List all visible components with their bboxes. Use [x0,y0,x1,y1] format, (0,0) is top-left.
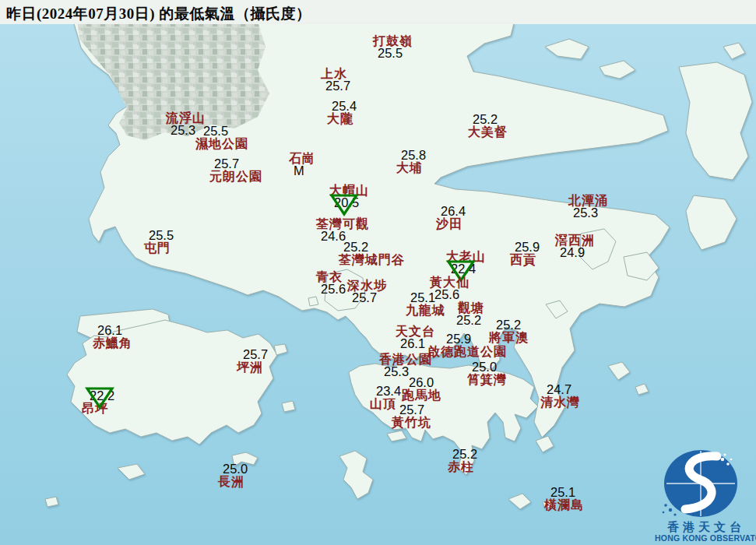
station-value: 20.5 [334,197,359,209]
station-name: 大埔 [396,161,423,174]
station-value: 25.5 [149,230,174,241]
station-name: 流浮山 [166,111,206,125]
station-value: 25.2 [456,315,481,326]
station-value: 25.0 [472,361,497,373]
station-name: 啟德跑道公園 [427,345,507,358]
station-label: 25.5濕地公園 [195,125,248,150]
station-label: 25.4大隴 [327,100,357,125]
station-value: 25.1 [550,487,575,498]
station-value: 25.8 [401,149,426,161]
station-name: 昂坪 [82,402,108,415]
station-value: 25.7 [214,158,239,170]
station-name: 荃灣城門谷 [339,253,405,266]
station-name: 香港公園 [379,353,432,366]
station-value: 25.1 [410,292,435,304]
station-name: 濕地公園 [195,137,248,150]
station-name: 青衣 [316,270,343,283]
station-name: 黃竹坑 [392,416,431,429]
station-label: 青衣25.6 [316,270,346,295]
station-value: 25.7 [243,349,268,360]
station-value: 26.0 [409,377,434,389]
station-value: 25.7 [399,404,424,416]
station-name: 石崗 [289,152,315,165]
station-label: 大老山22.4 [446,250,486,275]
station-name: 清水灣 [540,396,580,409]
station-name: 大美督 [468,125,508,139]
station-value: 25.3 [171,125,195,136]
station-value: 24.9 [560,247,585,258]
station-label: 觀塘25.2 [458,301,484,326]
station-name: 山頂 [370,397,396,410]
station-name: 長洲 [218,475,244,488]
station-label: 25.1橫瀾島 [544,487,584,512]
station-value: 25.5 [378,47,403,59]
station-value: M [294,165,304,177]
station-label: 深水埗25.7 [347,279,387,304]
station-label: 北潭涌25.3 [568,194,608,219]
station-name: 赤鱲角 [93,336,132,350]
station-label: 25.8大埔 [396,149,426,174]
station-name: 大老山 [446,250,486,263]
station-value: 26.1 [97,325,122,336]
minimum-marker-icon [445,258,476,283]
station-name: 天文台 [396,325,435,338]
station-value: 25.9 [515,241,540,253]
station-value: 22.4 [451,263,476,275]
station-label: 流浮山25.3 [166,111,206,136]
station-name: 上水 [321,67,347,80]
station-label: 荃灣可觀24.6 [316,217,369,242]
station-name: 屯門 [144,241,171,255]
hko-logo-name-en: HONG KONG OBSERVATORY [655,533,756,543]
station-name: 九龍城 [406,304,445,317]
station-label: 滘西洲24.9 [555,234,595,258]
station-name: 大隴 [327,112,353,125]
station-value: 25.4 [332,100,357,112]
station-label: 25.1九龍城 [406,292,445,317]
station-name: 跑馬地 [402,389,441,402]
station-value: 26.4 [441,206,466,217]
station-name: 觀塘 [458,301,484,315]
station-value: 25.3 [573,207,598,219]
station-name: 坪洲 [237,360,263,374]
station-label: 大帽山20.5 [329,184,369,209]
station-value: 25.0 [223,463,248,475]
station-label: 25.0長洲 [218,463,248,488]
station-label: 26.1赤鱲角 [93,325,132,350]
station-name: 滘西洲 [555,234,595,247]
station-value: 26.1 [400,338,425,350]
station-name: 沙田 [436,217,462,230]
station-label: 25.9啟德跑道公園 [427,333,507,358]
station-label: 上水25.7 [321,67,350,92]
station-value: 25.2 [452,448,477,460]
station-value: 24.7 [547,384,571,396]
station-name: 西貢 [510,253,536,266]
station-name: 橫瀾島 [544,498,584,512]
station-value: 23.4 [376,385,401,397]
station-label: 天文台26.1 [396,325,435,350]
minimum-marker-icon [84,385,115,410]
station-label: 石崗M [289,152,315,177]
station-label: 25.9西貢 [510,241,540,266]
station-value: 25.3 [384,366,409,378]
station-name: 將軍澳 [489,331,529,344]
station-name: 赤柱 [448,460,474,473]
station-label: 25.2將軍澳 [489,319,529,344]
station-name: 北潭涌 [568,194,608,207]
station-name: 元朗公園 [209,170,262,183]
hko-logo: 香港天文台 HONG KONG OBSERVATORY [656,445,756,545]
station-value: 25.2 [343,241,368,253]
station-label: 26.4沙田 [436,206,466,230]
station-value: 22.2 [90,390,114,402]
station-name: 大帽山 [329,184,369,197]
station-label: 黃大仙25.6 [430,276,469,301]
station-value: 24.6 [321,230,346,242]
station-label: 24.7清水灣 [540,384,580,409]
station-value: 25.6 [321,283,346,295]
station-label: 25.7元朗公園 [209,158,262,183]
station-label: 25.2大美督 [468,114,508,139]
weather-map-screenshot: 昨日(2024年07月30日) 的最低氣溫（攝氏度） 打鼓嶺25.5上水25.7… [0,0,756,545]
station-name: 黃大仙 [430,276,469,289]
station-label: 26.0跑馬地 [402,377,441,402]
station-value: 25.5 [203,125,228,137]
station-value: 25.2 [496,319,521,331]
